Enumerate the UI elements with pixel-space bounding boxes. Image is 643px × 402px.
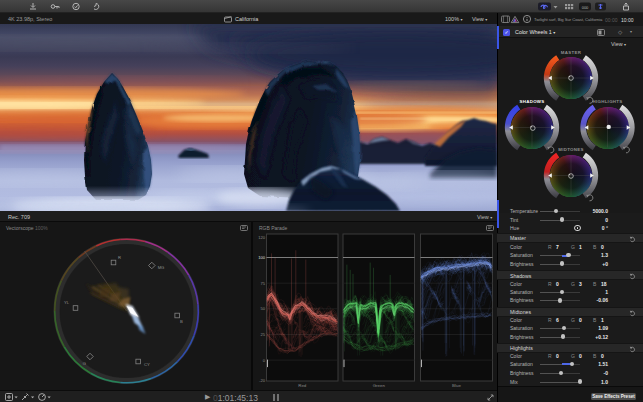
svg-text:CY: CY	[144, 362, 150, 367]
svg-text:B: B	[180, 319, 183, 324]
svg-text:MG: MG	[158, 265, 165, 270]
svg-text:100: 100	[258, 255, 266, 260]
svg-text:75: 75	[260, 281, 265, 286]
svg-text:Green: Green	[373, 383, 386, 388]
svg-text:-20: -20	[259, 378, 266, 383]
svg-text:25: 25	[260, 332, 265, 337]
svg-text:120: 120	[258, 235, 266, 240]
svg-text:YL: YL	[64, 300, 70, 305]
svg-text:Blue: Blue	[452, 383, 461, 388]
svg-text:50: 50	[260, 306, 265, 311]
svg-text:R: R	[118, 255, 121, 260]
svg-text:000: 000	[582, 5, 589, 10]
svg-text:Red: Red	[298, 383, 307, 388]
svg-text:0: 0	[263, 358, 266, 363]
svg-text:G: G	[83, 361, 86, 366]
